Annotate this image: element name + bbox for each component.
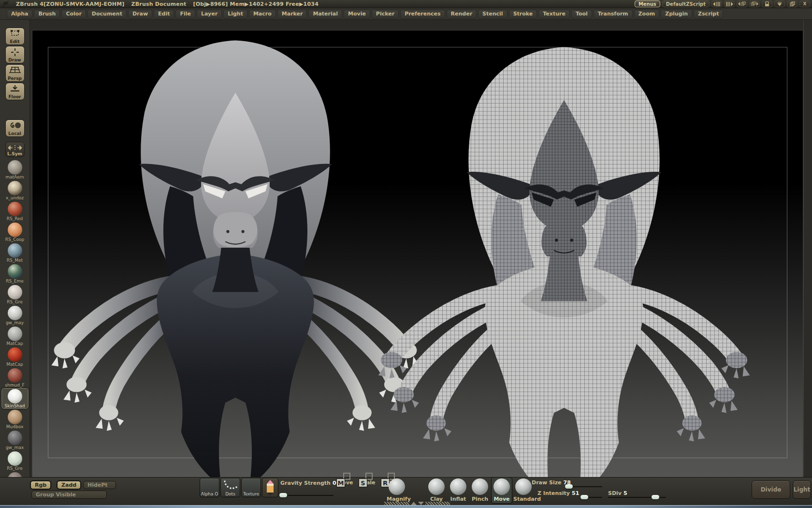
dots-stroke-icon	[223, 480, 238, 491]
collapse-down-icon[interactable]	[418, 502, 424, 505]
stroke-label: Dots	[221, 492, 240, 496]
floor-label: Floor	[6, 94, 24, 99]
gravity-strength-label: Gravity Strength0	[280, 480, 336, 486]
brush-item[interactable]: Pinch	[470, 478, 490, 503]
menu-item[interactable]: Transform	[594, 10, 633, 18]
next-document-icon[interactable]	[749, 0, 760, 7]
menu-item[interactable]: Document	[87, 10, 127, 18]
edit-button[interactable]: Edit	[5, 28, 25, 45]
menu-item[interactable]: Picker	[372, 10, 399, 18]
tray-resize-handle[interactable]	[384, 501, 450, 505]
scroll-tray-left-icon[interactable]	[711, 0, 722, 7]
transform-button[interactable]: S Scale	[359, 478, 376, 486]
menu-item[interactable]: Alpha	[7, 10, 32, 18]
menu-item[interactable]: Stencil	[478, 10, 508, 18]
alpha-label: Alpha O	[200, 492, 219, 496]
stroke-selector[interactable]: Dots	[220, 478, 240, 497]
material-item[interactable]: MatCap	[1, 346, 29, 367]
material-item[interactable]: SkinShad	[1, 388, 29, 409]
menu-item[interactable]: Preferences	[400, 10, 445, 18]
menu-item[interactable]: Zscript	[694, 10, 723, 18]
material-item[interactable]: RS_Red	[1, 201, 29, 222]
menu-item[interactable]: Layer	[197, 10, 222, 18]
local-label: Local	[6, 131, 24, 136]
lsym-button[interactable]: L.Sym	[5, 142, 25, 157]
menu-item[interactable]: Material	[308, 10, 342, 18]
menu-item[interactable]: Render	[447, 10, 477, 18]
material-item[interactable]: gw_max	[1, 430, 29, 450]
material-item[interactable]: gw_may	[1, 305, 29, 326]
draw-size-slider[interactable]	[565, 486, 602, 487]
menu-item[interactable]: Movie	[344, 10, 370, 18]
minimize-icon[interactable]	[774, 0, 785, 7]
zadd-toggle[interactable]: Zadd	[57, 481, 81, 489]
menu-item[interactable]: Marker	[277, 10, 307, 18]
previous-document-icon[interactable]	[737, 0, 747, 7]
menu-item[interactable]: Light	[223, 10, 247, 18]
menu-item[interactable]: Texture	[538, 10, 570, 18]
menu-item[interactable]: Tool	[571, 10, 592, 18]
brush-item[interactable]: Move	[492, 478, 512, 503]
restore-icon[interactable]	[787, 0, 798, 7]
z-intensity-slider[interactable]	[580, 497, 602, 498]
magnify-brush[interactable]: Magnify	[387, 478, 407, 503]
draw-size-knob[interactable]	[565, 484, 573, 489]
material-item[interactable]: Mudbox	[1, 409, 29, 430]
material-label: MatCap	[1, 341, 29, 346]
menu-item[interactable]: File	[175, 10, 195, 18]
material-item[interactable]: matAern	[1, 159, 29, 180]
brush-item[interactable]: Inflat	[448, 478, 468, 503]
expand-up-icon[interactable]	[411, 502, 417, 505]
transform-button[interactable]: M Move	[336, 478, 354, 486]
menu-item[interactable]: Edit	[154, 10, 174, 18]
light-button[interactable]: Light	[793, 480, 811, 499]
default-zscript-button[interactable]: DefaultZScript	[662, 0, 710, 7]
menus-button[interactable]: Menus	[635, 0, 660, 7]
menu-item[interactable]: Stroke	[509, 10, 537, 18]
material-item[interactable]: RS_Eme	[1, 263, 29, 284]
local-button[interactable]: Local	[5, 120, 25, 137]
material-item[interactable]: RS_Coop	[1, 222, 29, 242]
menu-item[interactable]: Macro	[249, 10, 276, 18]
sdiv-slider[interactable]	[608, 497, 666, 498]
rgb-toggle[interactable]: Rgb	[30, 481, 51, 489]
material-label: RS_Coop	[1, 237, 29, 242]
brush-item[interactable]: Clay	[426, 478, 447, 503]
alpha-selector[interactable]: Alpha O	[200, 478, 219, 497]
brush-item[interactable]: Standard	[513, 478, 534, 503]
menu-item[interactable]: Zoom	[634, 10, 660, 18]
close-icon[interactable]: X	[799, 0, 810, 7]
hidept-toggle[interactable]: HidePt	[83, 481, 116, 489]
group-visible-button[interactable]: Group Visible	[31, 491, 107, 499]
window-right-edge	[803, 20, 812, 478]
material-sphere-icon	[8, 389, 22, 403]
color-picker[interactable]	[262, 478, 278, 497]
brush-sphere-icon	[450, 478, 466, 495]
material-item[interactable]: MatCap	[1, 326, 29, 346]
brush-sphere-icon	[493, 478, 510, 495]
menu-item[interactable]: Color	[61, 10, 86, 18]
brush-sphere-icon	[472, 478, 488, 495]
lock-icon[interactable]	[762, 0, 772, 7]
menu-item[interactable]: Brush	[34, 10, 60, 18]
scroll-tray-right-icon[interactable]	[724, 0, 735, 7]
document-canvas[interactable]	[32, 30, 803, 478]
persp-button[interactable]: Persp	[5, 64, 25, 82]
edit-gizmo-icon	[10, 30, 20, 38]
material-item[interactable]: shmud_F	[1, 367, 29, 388]
material-item[interactable]: RS_Gre	[1, 284, 29, 305]
sdiv-knob[interactable]	[652, 495, 659, 499]
material-item[interactable]: RS_Gre	[1, 450, 29, 471]
lsym-arrows-icon	[8, 145, 22, 150]
divide-button[interactable]: Divide	[752, 480, 790, 499]
z-intensity-knob[interactable]	[580, 495, 588, 499]
material-item[interactable]: RS_Met	[1, 242, 29, 263]
material-item[interactable]: x_undoz	[1, 180, 29, 201]
gravity-strength-slider[interactable]	[279, 495, 334, 496]
draw-button[interactable]: Draw	[5, 46, 25, 63]
gravity-slider-knob[interactable]	[279, 493, 287, 497]
menu-item[interactable]: Zplugin	[661, 10, 692, 18]
menu-item[interactable]: Draw	[128, 10, 152, 18]
texture-selector[interactable]: Texture	[241, 478, 261, 497]
floor-button[interactable]: Floor	[5, 83, 25, 100]
